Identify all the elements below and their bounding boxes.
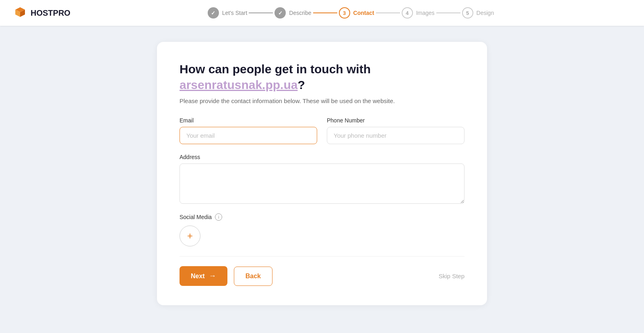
next-label: Next (191, 273, 205, 280)
connector-4-5 (436, 12, 460, 13)
address-group: Address (180, 154, 464, 204)
page-subtitle: Please provide the contact information b… (180, 97, 464, 104)
arrow-right-icon: → (209, 272, 216, 280)
step-circle-3: 3 (339, 7, 350, 19)
page-title: How can people get in touch with arsenra… (180, 61, 464, 93)
social-label-row: Social Media i (180, 213, 464, 221)
connector-3-4 (376, 12, 400, 13)
connector-2-3 (313, 12, 337, 13)
step-label-3: Contact (353, 10, 374, 16)
step-contact[interactable]: 3 Contact (339, 7, 374, 19)
stepper: ✓ Let's Start ✓ Describe 3 Contact 4 (208, 7, 494, 19)
main-content: How can people get in touch with arsenra… (0, 26, 644, 329)
step-circle-4: 4 (402, 7, 413, 19)
phone-input[interactable] (327, 127, 464, 144)
step-label-1: Let's Start (222, 10, 248, 16)
logo-text: HOSTPRO (31, 8, 70, 18)
step-images[interactable]: 4 Images (402, 7, 435, 19)
step-label-2: Describe (289, 10, 311, 16)
back-label: Back (246, 273, 261, 279)
email-phone-row: Email Phone Number (180, 117, 464, 144)
back-button[interactable]: Back (234, 267, 272, 286)
step-label-4: Images (416, 10, 435, 16)
email-label: Email (180, 117, 317, 124)
connector-1-2 (249, 12, 273, 13)
title-suffix: ? (297, 78, 305, 91)
step-circle-2: ✓ (275, 7, 286, 19)
skip-label: Skip Step (439, 273, 464, 279)
address-input[interactable] (180, 163, 464, 204)
footer-buttons: Next → Back Skip Step (180, 266, 464, 286)
step-circle-5: 5 (462, 7, 473, 19)
step-design[interactable]: 5 Design (462, 7, 494, 19)
header: HOSTPRO ✓ Let's Start ✓ Describe 3 Conta… (0, 0, 644, 26)
phone-group: Phone Number (327, 117, 464, 144)
domain-link: arsenratusnak.pp.ua (180, 78, 297, 91)
plus-icon: + (187, 230, 193, 242)
social-media-section: Social Media i + (180, 213, 464, 246)
phone-label: Phone Number (327, 117, 464, 124)
logo: HOSTPRO (13, 6, 70, 20)
social-info-icon[interactable]: i (215, 213, 222, 221)
social-label: Social Media (180, 214, 212, 220)
next-button[interactable]: Next → (180, 266, 227, 286)
email-input[interactable] (180, 127, 317, 144)
step-label-5: Design (477, 10, 494, 16)
contact-card: How can people get in touch with arsenra… (157, 42, 487, 305)
add-social-button[interactable]: + (180, 225, 200, 246)
email-group: Email (180, 117, 317, 144)
step-circle-1: ✓ (208, 7, 219, 19)
title-prefix: How can people get in touch with (180, 62, 371, 76)
skip-step-button[interactable]: Skip Step (439, 273, 464, 279)
logo-icon (13, 6, 27, 20)
divider (180, 256, 464, 256)
step-lets-start[interactable]: ✓ Let's Start (208, 7, 248, 19)
step-describe[interactable]: ✓ Describe (275, 7, 311, 19)
address-label: Address (180, 154, 464, 160)
